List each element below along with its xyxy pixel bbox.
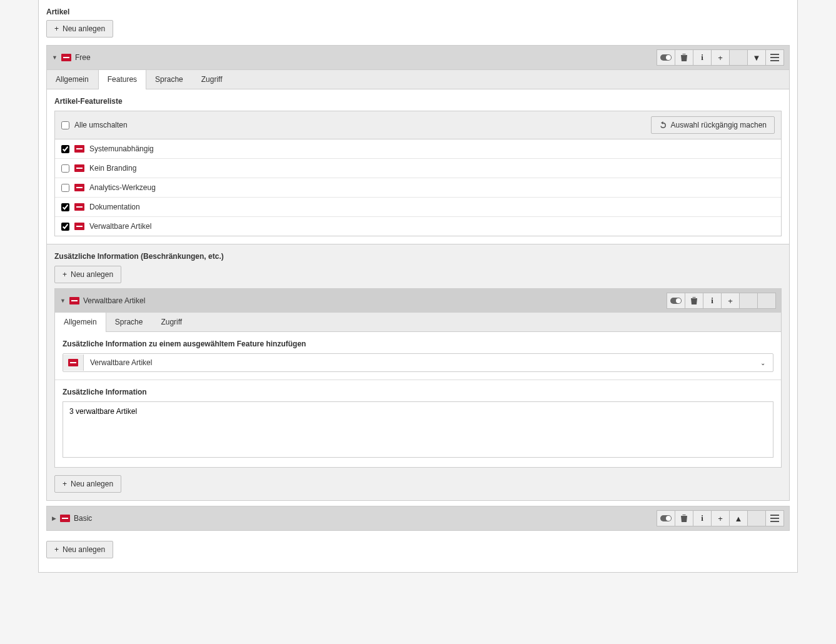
inner-panel-title: Verwaltbare Artikel [83,296,145,305]
tab-allgemein-inner[interactable]: Allgemein [55,313,106,332]
flag-icon [61,54,71,61]
zusaetzliche-info-heading: Zusätzliche Information (Beschränkungen,… [54,252,782,261]
panel-title-basic: Basic [74,514,92,523]
move-up-button[interactable]: ▲ [729,510,748,526]
info-button[interactable]: i [693,49,712,66]
toolbar-spacer [729,49,748,66]
tab-features[interactable]: Features [98,70,146,89]
toolbar-spacer [747,510,766,526]
flag-icon [74,145,84,153]
flag-icon [74,203,84,211]
move-down-button[interactable]: ▼ [747,49,766,66]
undo-selection-button[interactable]: Auswahl rückgängig machen [651,116,775,134]
feature-row: Analytics-Werkzeug [55,178,781,198]
add-button[interactable]: + [721,293,740,309]
neu-anlegen-button-info[interactable]: + Neu anlegen [54,266,121,283]
flag-icon [68,359,78,366]
neu-anlegen-label: Neu anlegen [71,480,113,488]
undo-icon [659,121,667,129]
flag-icon [69,297,79,304]
toolbar-spacer [757,293,776,309]
info-icon: i [701,513,703,523]
basic-toolbar: i + ▲ [657,510,784,526]
menu-button[interactable] [765,510,784,526]
info-hinzufuegen-heading: Zusätzliche Information zu einem ausgewä… [63,340,773,348]
flag-icon [60,515,70,522]
flag-icon [74,223,84,230]
inner-panel-toolbar: i + [667,293,776,309]
feature-checkbox[interactable] [61,203,69,211]
toggle-visibility-button[interactable] [657,510,675,526]
feature-checkbox[interactable] [61,164,69,173]
hamburger-icon [770,515,779,522]
add-button[interactable]: + [711,510,730,526]
feature-row: Systemunabhängig [55,139,781,159]
neu-anlegen-label: Neu anlegen [71,270,113,279]
plus-icon: + [63,480,67,488]
select-value: Verwaltbare Artikel [84,354,753,371]
toggle-all-label: Alle umschalten [74,121,128,129]
flag-icon [74,184,84,191]
feature-label: Systemunabhängig [89,144,154,153]
trash-icon [680,53,688,62]
neu-anlegen-label: Neu anlegen [63,24,105,33]
undo-selection-label: Auswahl rückgängig machen [671,121,767,129]
tab-allgemein[interactable]: Allgemein [47,70,98,89]
collapse-caret-icon[interactable]: ▼ [60,298,66,304]
chevron-down-icon: ⌄ [753,355,773,371]
plus-icon: + [728,296,733,306]
artikel-heading: Artikel [46,8,790,16]
feature-row: Dokumentation [55,198,781,217]
plus-icon: + [63,270,67,279]
feature-checkbox[interactable] [61,145,69,153]
panel-title-free: Free [75,53,91,62]
feature-select[interactable]: Verwaltbare Artikel ⌄ [63,353,773,372]
add-button[interactable]: + [711,49,730,66]
zusaetzliche-info-label: Zusätzliche Information [63,388,773,396]
panel-toolbar: i + ▼ [657,49,784,66]
toggle-all-checkbox[interactable] [61,121,69,129]
info-icon: i [701,53,703,63]
tab-sprache-inner[interactable]: Sprache [106,313,153,331]
neu-anlegen-button-info-bottom[interactable]: + Neu anlegen [54,475,121,493]
tab-sprache[interactable]: Sprache [146,70,193,89]
tab-zugriff-inner[interactable]: Zugriff [152,313,191,331]
plus-icon: + [718,53,723,63]
featureliste-heading: Artikel-Featureliste [54,97,782,106]
info-icon: i [711,296,713,306]
neu-anlegen-button-top[interactable]: + Neu anlegen [46,20,113,38]
plus-icon: + [718,514,723,523]
toggle-visibility-button[interactable] [657,49,675,66]
feature-list: Alle umschalten Auswahl rückgängig mache… [54,111,782,236]
plus-icon: + [54,545,59,554]
feature-label: Verwaltbare Artikel [89,222,151,231]
info-button[interactable]: i [693,510,712,526]
feature-label: Analytics-Werkzeug [89,183,156,192]
plus-icon: + [54,24,59,33]
toolbar-spacer [739,293,758,309]
feature-label: Kein Branding [89,164,136,173]
chevron-up-icon: ▲ [735,514,743,523]
collapse-caret-icon[interactable]: ▼ [52,54,58,61]
trash-icon [690,296,698,305]
feature-checkbox[interactable] [61,223,69,231]
info-button[interactable]: i [703,293,722,309]
hamburger-icon [770,54,779,61]
neu-anlegen-button-bottom[interactable]: + Neu anlegen [46,541,113,558]
delete-button[interactable] [675,49,693,66]
chevron-down-icon: ▼ [753,53,761,63]
expand-caret-icon[interactable]: ▶ [52,515,56,521]
feature-checkbox[interactable] [61,184,69,192]
delete-button[interactable] [685,293,703,309]
feature-label: Dokumentation [89,203,140,211]
info-textarea[interactable] [63,401,773,458]
flag-icon [74,164,84,172]
menu-button[interactable] [765,49,784,66]
delete-button[interactable] [675,510,693,526]
toggle-visibility-button[interactable] [667,293,685,309]
tab-zugriff[interactable]: Zugriff [193,70,232,89]
trash-icon [680,514,688,523]
feature-row: Verwaltbare Artikel [55,217,781,236]
feature-row: Kein Branding [55,159,781,178]
neu-anlegen-label: Neu anlegen [63,545,105,554]
